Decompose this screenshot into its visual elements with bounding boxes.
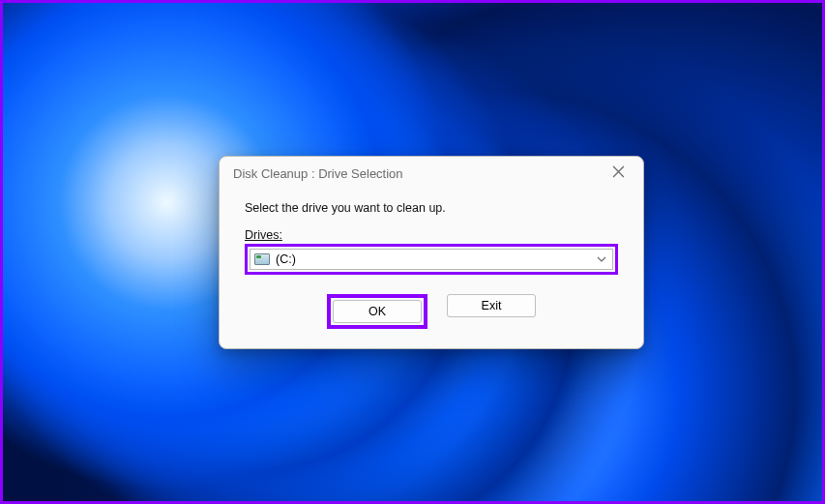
- chevron-down-icon: [595, 254, 608, 264]
- ok-button[interactable]: OK: [333, 300, 422, 323]
- instruction-text: Select the drive you want to clean up.: [245, 201, 618, 215]
- disk-cleanup-dialog: Disk Cleanup : Drive Selection Select th…: [219, 156, 644, 349]
- close-icon: [612, 165, 625, 181]
- exit-button[interactable]: Exit: [447, 294, 536, 317]
- ok-button-label: OK: [368, 305, 386, 318]
- exit-button-label: Exit: [482, 299, 502, 312]
- close-button[interactable]: [601, 161, 635, 186]
- dialog-title: Disk Cleanup : Drive Selection: [233, 166, 601, 181]
- drives-combo-highlight: (C:): [245, 244, 618, 275]
- drive-select-value: (C:): [276, 252, 595, 266]
- drive-select[interactable]: (C:): [250, 249, 613, 270]
- dialog-titlebar: Disk Cleanup : Drive Selection: [220, 157, 643, 190]
- ok-button-highlight: OK: [327, 294, 427, 329]
- drive-icon: [254, 253, 270, 265]
- drives-label: Drives:: [245, 228, 618, 242]
